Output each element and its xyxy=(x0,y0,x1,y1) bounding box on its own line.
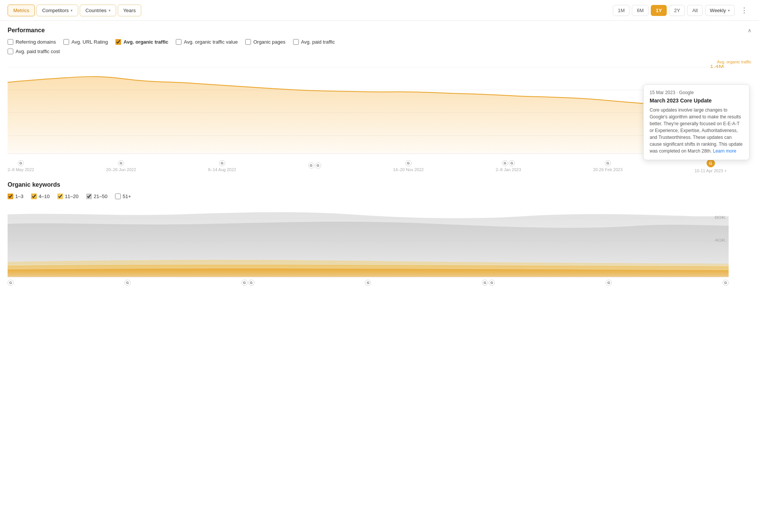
tab-competitors[interactable]: Competitors ▾ xyxy=(36,5,78,16)
performance-checkboxes-row2: Avg. paid traffic cost xyxy=(8,49,751,54)
svg-text:80K: 80K xyxy=(715,215,726,220)
google-marker-kw[interactable]: G xyxy=(489,280,495,286)
time-btn-1y[interactable]: 1Y xyxy=(651,5,667,16)
x-label: 2–8 May 2022 xyxy=(8,167,34,172)
checkbox-avg-organic-traffic[interactable]: Avg. organic traffic xyxy=(115,39,168,45)
chevron-down-icon: ▾ xyxy=(728,8,730,13)
tooltip-learn-more-link[interactable]: Learn more xyxy=(713,148,736,154)
chart-right-label: Avg. organic traffic xyxy=(717,60,751,64)
x-label: 20-26 Feb 2023 xyxy=(593,167,623,172)
nav-left: Metrics Competitors ▾ Countries ▾ Years xyxy=(8,5,141,16)
tooltip-body: Core updates involve large changes to Go… xyxy=(650,107,743,154)
x-label: 8–14 Aug 2022 xyxy=(208,167,236,172)
google-marker[interactable]: G xyxy=(509,160,515,166)
tab-metrics[interactable]: Metrics xyxy=(8,5,35,16)
google-marker[interactable]: G xyxy=(502,160,508,166)
tooltip-title: March 2023 Core Update xyxy=(650,98,743,104)
google-marker[interactable]: G xyxy=(605,160,611,166)
checkbox-avg-paid-traffic[interactable]: Avg. paid traffic xyxy=(293,39,335,45)
performance-section: Performance ∧ Referring domains Avg. URL… xyxy=(0,21,759,175)
time-btn-6m[interactable]: 6M xyxy=(632,5,649,16)
keywords-header: Organic keywords xyxy=(8,181,751,188)
performance-chart-wrapper: Avg. organic traffic xyxy=(8,60,751,175)
tab-countries[interactable]: Countries ▾ xyxy=(80,5,116,16)
performance-title: Performance xyxy=(8,27,45,34)
google-marker[interactable]: G xyxy=(18,160,24,166)
google-marker-highlighted[interactable]: G xyxy=(707,159,715,167)
top-nav: Metrics Competitors ▾ Countries ▾ Years … xyxy=(0,0,759,21)
time-btn-all[interactable]: All xyxy=(687,5,702,16)
keywords-title: Organic keywords xyxy=(8,181,60,188)
google-marker-kw[interactable]: G xyxy=(241,280,248,286)
google-marker-kw[interactable]: G xyxy=(365,280,371,286)
google-marker-kw[interactable]: G xyxy=(723,280,729,286)
time-btn-2y[interactable]: 2Y xyxy=(669,5,685,16)
tooltip-date: 15 Mar 2023 · Google xyxy=(650,90,743,95)
google-marker-kw[interactable]: G xyxy=(125,280,131,286)
keywords-checkboxes-row: 1–3 4–10 11–20 21–50 51+ xyxy=(8,194,751,199)
chevron-down-icon: ▾ xyxy=(109,8,110,13)
google-marker[interactable]: G xyxy=(406,160,412,166)
checkbox-referring-domains[interactable]: Referring domains xyxy=(8,39,56,45)
kw-checkbox-1-3[interactable]: 1–3 xyxy=(8,194,24,199)
organic-keywords-section: Organic keywords 1–3 4–10 11–20 21–50 xyxy=(0,175,759,286)
google-marker[interactable]: G xyxy=(219,160,225,166)
more-options-button[interactable]: ⋮ xyxy=(737,4,751,17)
google-marker[interactable]: G xyxy=(315,162,321,168)
performance-checkboxes-row1: Referring domains Avg. URL Rating Avg. o… xyxy=(8,39,751,45)
chevron-down-icon: ▾ xyxy=(71,8,73,13)
x-label: 14–20 Nov 2022 xyxy=(393,167,424,172)
google-marker-kw[interactable]: G xyxy=(248,280,254,286)
checkbox-avg-url-rating[interactable]: Avg. URL Rating xyxy=(63,39,108,45)
x-axis-row: G 2–8 May 2022 G 20–26 Jun 2022 G 8–14 A… xyxy=(8,158,727,175)
keywords-chart-wrapper: 80K 40K G G G G G G G G G xyxy=(8,203,751,286)
kw-checkbox-11-20[interactable]: 11–20 xyxy=(57,194,79,199)
checkbox-avg-paid-traffic-cost[interactable]: Avg. paid traffic cost xyxy=(8,49,60,54)
main-container: Metrics Competitors ▾ Countries ▾ Years … xyxy=(0,0,759,532)
x-label: 20–26 Jun 2022 xyxy=(106,167,136,172)
x-label: 2–8 Jan 2023 xyxy=(496,167,521,172)
period-dropdown[interactable]: Weekly ▾ xyxy=(705,5,735,16)
google-marker[interactable]: G xyxy=(118,160,124,166)
keywords-chart-svg: 80K 40K xyxy=(8,203,729,279)
tooltip: 15 Mar 2023 · Google March 2023 Core Upd… xyxy=(643,84,750,160)
kw-checkbox-4-10[interactable]: 4–10 xyxy=(31,194,50,199)
nav-right: 1M 6M 1Y 2Y All Weekly ▾ ⋮ xyxy=(613,4,751,17)
kw-checkbox-51-plus[interactable]: 51+ xyxy=(115,194,131,199)
svg-text:40K: 40K xyxy=(715,238,726,243)
google-marker-kw[interactable]: G xyxy=(482,280,488,286)
checkbox-organic-pages[interactable]: Organic pages xyxy=(245,39,286,45)
checkbox-avg-organic-traffic-value[interactable]: Avg. organic traffic value xyxy=(176,39,238,45)
collapse-button[interactable]: ∧ xyxy=(748,27,751,33)
google-marker-kw[interactable]: G xyxy=(8,280,14,286)
tab-years[interactable]: Years xyxy=(118,5,142,16)
performance-chart-svg: 1.4M 1.1M 700K 350K xyxy=(8,60,727,158)
kw-checkbox-21-50[interactable]: 21–50 xyxy=(86,194,107,199)
google-marker[interactable]: G xyxy=(308,162,314,168)
google-marker-kw[interactable]: G xyxy=(606,280,612,286)
keywords-x-axis-row: G G G G G G G G G xyxy=(8,279,729,286)
svg-text:1.4M: 1.4M xyxy=(710,64,724,69)
x-label: 10-11 Apr 2023 + xyxy=(694,168,727,173)
time-btn-1m[interactable]: 1M xyxy=(613,5,630,16)
performance-header: Performance ∧ xyxy=(8,27,751,34)
